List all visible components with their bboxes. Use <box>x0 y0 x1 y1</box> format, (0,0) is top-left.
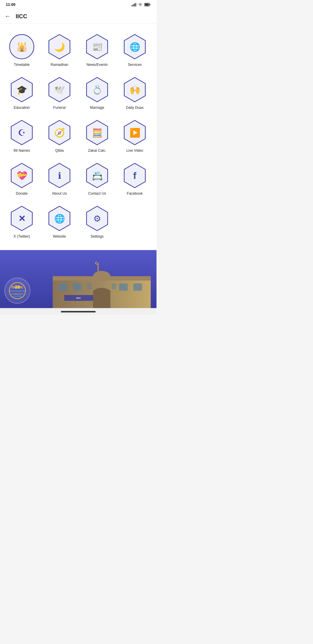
icon-container-funeral: 🕊️ <box>46 77 72 103</box>
icon-container-donate: 💝 <box>9 162 35 189</box>
icon-x-twitter: ✕ <box>18 214 26 224</box>
svg-rect-17 <box>59 283 67 291</box>
icon-zakat-calc: 🧮 <box>92 128 103 138</box>
icon-marriage: 💍 <box>92 85 103 95</box>
label-settings: Settings <box>90 234 103 238</box>
icon-container-timetable: 🕌 <box>9 34 35 60</box>
grid-item-timetable[interactable]: 🕌 Timetable <box>3 30 41 73</box>
grid-item-contact-us[interactable]: 📇 Contact Us <box>78 158 116 201</box>
icon-container-facebook: f <box>122 162 148 189</box>
grid-item-daily-duas[interactable]: 🙌 Daily Duas <box>116 73 154 115</box>
label-contact-us: Contact Us <box>88 191 106 196</box>
label-website: Website <box>53 234 66 238</box>
icon-99-names: ☪ <box>18 128 26 138</box>
icon-container-services: 🌐 <box>122 34 148 60</box>
label-education: Education <box>14 106 30 110</box>
icon-ramadhan: 🌙 <box>54 42 65 52</box>
icon-education: 🎓 <box>17 85 27 95</box>
icon-container-website: 🌐 <box>46 205 72 231</box>
icon-live-video: ▶️ <box>130 128 140 138</box>
grid-item-live-video[interactable]: ▶️ Live Video <box>116 115 154 158</box>
svg-rect-20 <box>112 283 116 289</box>
label-live-video: Live Video <box>126 149 143 153</box>
icon-container-about-us: ℹ <box>46 162 72 189</box>
icon-container-marriage: 💍 <box>84 77 110 103</box>
label-x-twitter: X (Twitter) <box>14 234 30 238</box>
label-facebook: Facebook <box>127 191 143 196</box>
svg-text:INTEGRATION: INTEGRATION <box>10 290 25 292</box>
bottom-banner: ISLAMIC INTEGRATION COMMUNITY CENTRE <box>0 250 156 308</box>
svg-text:IICC: IICC <box>76 297 81 299</box>
svg-rect-6 <box>145 3 149 6</box>
svg-text:☪: ☪ <box>95 262 99 265</box>
logo-circle: ISLAMIC INTEGRATION COMMUNITY CENTRE <box>4 278 30 304</box>
status-time: 11:00 <box>6 2 15 7</box>
svg-rect-21 <box>119 283 128 291</box>
grid-item-ramadhan[interactable]: 🌙 Ramadhan <box>41 30 78 73</box>
icon-container-ramadhan: 🌙 <box>46 34 72 60</box>
icon-daily-duas: 🙌 <box>130 85 140 95</box>
grid-item-donate[interactable]: 💝 Donate <box>3 158 41 201</box>
icon-website: 🌐 <box>54 214 65 224</box>
icon-container-qibla: 🧭 <box>46 120 72 146</box>
iicc-logo-svg: ISLAMIC INTEGRATION COMMUNITY CENTRE <box>9 282 26 299</box>
icon-donate: 💝 <box>17 171 27 181</box>
status-icons <box>132 3 151 6</box>
label-zakat-calc: Zakat Calc. <box>88 149 106 153</box>
grid-item-website[interactable]: 🌐 Website <box>41 201 78 244</box>
svg-rect-1 <box>133 4 134 6</box>
label-donate: Donate <box>16 191 28 196</box>
icon-container-99-names: ☪ <box>9 120 35 146</box>
icon-facebook: f <box>133 170 136 181</box>
grid-item-zakat-calc[interactable]: 🧮 Zakat Calc. <box>78 115 116 158</box>
label-services: Services <box>128 63 142 67</box>
icon-funeral: 🕊️ <box>54 85 65 95</box>
grid-item-x-twitter[interactable]: ✕ X (Twitter) <box>3 201 41 244</box>
svg-rect-22 <box>133 283 142 291</box>
svg-rect-3 <box>136 3 137 6</box>
grid-item-settings[interactable]: ⚙ Settings <box>78 201 116 244</box>
label-timetable: Timetable <box>14 63 30 67</box>
back-button[interactable]: ← <box>5 12 11 20</box>
icon-container-x-twitter: ✕ <box>9 205 35 231</box>
icon-services: 🌐 <box>130 42 140 52</box>
header: ← IICC <box>0 9 156 24</box>
nav-indicator <box>61 311 96 312</box>
wifi-icon <box>138 3 143 6</box>
status-bar: 11:00 <box>0 0 156 9</box>
svg-text:COMMUNITY: COMMUNITY <box>11 293 23 295</box>
grid-item-99-names[interactable]: ☪ 99 Names <box>3 115 41 158</box>
label-99-names: 99 Names <box>14 149 30 153</box>
svg-rect-19 <box>87 283 92 289</box>
icon-contact-us: 📇 <box>92 171 103 181</box>
label-funeral: Funeral <box>53 106 65 110</box>
grid-item-marriage[interactable]: 💍 Marriage <box>78 73 116 115</box>
svg-rect-5 <box>150 4 151 5</box>
label-qibla: Qibla <box>55 149 63 153</box>
grid-item-services[interactable]: 🌐 Services <box>116 30 154 73</box>
icon-news-events: 📰 <box>92 42 103 52</box>
label-marriage: Marriage <box>90 106 104 110</box>
label-about-us: About Us <box>52 191 67 196</box>
icon-timetable: 🕌 <box>17 42 27 52</box>
building-silhouette: ☪ IICC <box>47 262 156 308</box>
icon-container-daily-duas: 🙌 <box>122 77 148 103</box>
icon-qibla: 🧭 <box>54 128 65 138</box>
nav-bar <box>0 308 156 315</box>
grid-item-education[interactable]: 🎓 Education <box>3 73 41 115</box>
label-news-events: News/Events <box>87 63 108 67</box>
battery-icon <box>144 3 151 6</box>
icon-container-news-events: 📰 <box>84 34 110 60</box>
grid-item-facebook[interactable]: f Facebook <box>116 158 154 201</box>
icon-container-education: 🎓 <box>9 77 35 103</box>
grid-item-funeral[interactable]: 🕊️ Funeral <box>41 73 78 115</box>
svg-rect-18 <box>73 283 82 291</box>
main-grid: 🕌 Timetable 🌙 Ramadhan 📰 News/Events <box>0 24 156 250</box>
icon-container-zakat-calc: 🧮 <box>84 120 110 146</box>
icon-container-settings: ⚙ <box>84 205 110 231</box>
grid-item-about-us[interactable]: ℹ About Us <box>41 158 78 201</box>
icon-settings: ⚙ <box>93 214 101 224</box>
grid-item-news-events[interactable]: 📰 News/Events <box>78 30 116 73</box>
grid-item-qibla[interactable]: 🧭 Qibla <box>41 115 78 158</box>
svg-rect-0 <box>132 5 132 6</box>
